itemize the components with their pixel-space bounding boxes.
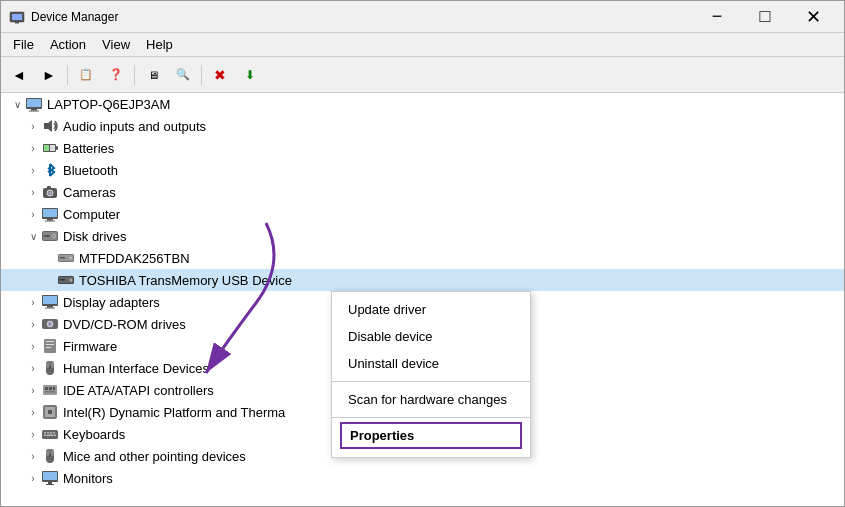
svg-rect-58 (47, 432, 49, 434)
menu-file[interactable]: File (5, 35, 42, 54)
disable-button[interactable]: ✖ (206, 62, 234, 88)
display-icon (41, 293, 59, 311)
tree-item-audio[interactable]: › Audio inputs and outputs (1, 115, 844, 137)
svg-rect-57 (44, 432, 46, 434)
svg-marker-7 (44, 120, 52, 132)
device-manager-window: Device Manager − □ ✕ File Action View He… (0, 0, 845, 507)
uninstall-button[interactable]: ⬇ (236, 62, 264, 88)
root-label: LAPTOP-Q6EJP3AM (47, 97, 170, 112)
toshiba-expand-icon (41, 272, 57, 288)
svg-rect-15 (47, 186, 51, 189)
context-menu-uninstall-device[interactable]: Uninstall device (332, 350, 530, 377)
maximize-button[interactable]: □ (742, 3, 788, 31)
tree-item-monitors[interactable]: › Monitors (1, 467, 844, 489)
cameras-expand-icon[interactable]: › (25, 184, 41, 200)
display-button[interactable]: 🖥 (139, 62, 167, 88)
close-button[interactable]: ✕ (790, 3, 836, 31)
svg-point-23 (53, 235, 55, 237)
firmware-expand-icon[interactable]: › (25, 338, 41, 354)
dvd-label: DVD/CD-ROM drives (63, 317, 186, 332)
tree-item-computer[interactable]: › Computer (1, 203, 844, 225)
menu-view[interactable]: View (94, 35, 138, 54)
tree-root[interactable]: ∨ LAPTOP-Q6EJP3AM (1, 93, 844, 115)
intel-icon (41, 403, 59, 421)
hid-label: Human Interface Devices (63, 361, 209, 376)
diskdrives-expand-icon[interactable]: ∨ (25, 228, 41, 244)
computer-tree-icon (41, 205, 59, 223)
display-label: Display adapters (63, 295, 160, 310)
svg-rect-71 (46, 484, 54, 485)
svg-rect-69 (43, 472, 57, 480)
root-expand-icon[interactable]: ∨ (9, 96, 25, 112)
computer-icon (25, 95, 43, 113)
dvd-icon (41, 315, 59, 333)
svg-rect-49 (45, 387, 48, 390)
back-button[interactable]: ◄ (5, 62, 33, 88)
svg-rect-36 (45, 308, 55, 309)
minimize-button[interactable]: − (694, 3, 740, 31)
svg-rect-46 (51, 361, 55, 368)
dvd-expand-icon[interactable]: › (25, 316, 41, 332)
audio-expand-icon[interactable]: › (25, 118, 41, 134)
tree-item-toshiba[interactable]: TOSHIBA TransMemory USB Device (1, 269, 844, 291)
ide-icon (41, 381, 59, 399)
svg-rect-63 (54, 435, 56, 437)
cameras-icon (41, 183, 59, 201)
forward-button[interactable]: ► (35, 62, 63, 88)
mice-expand-icon[interactable]: › (25, 448, 41, 464)
monitors-icon (41, 469, 59, 487)
ide-label: IDE ATA/ATAPI controllers (63, 383, 214, 398)
tree-item-cameras[interactable]: › Cameras (1, 181, 844, 203)
app-icon (9, 9, 25, 25)
svg-point-39 (49, 323, 51, 325)
properties-toolbar-button[interactable]: 📋 (72, 62, 100, 88)
scan-button[interactable]: 🔍 (169, 62, 197, 88)
toshiba-icon (57, 271, 75, 289)
svg-point-27 (70, 257, 73, 260)
bluetooth-expand-icon[interactable]: › (25, 162, 41, 178)
svg-rect-59 (50, 432, 52, 434)
bluetooth-label: Bluetooth (63, 163, 118, 178)
context-menu-disable-device[interactable]: Disable device (332, 323, 530, 350)
computer-expand-icon[interactable]: › (25, 206, 41, 222)
context-menu-update-driver[interactable]: Update driver (332, 296, 530, 323)
tree-item-diskdrives[interactable]: ∨ Disk drives (1, 225, 844, 247)
svg-rect-61 (44, 435, 46, 437)
svg-point-31 (70, 279, 73, 282)
keyboards-expand-icon[interactable]: › (25, 426, 41, 442)
svg-rect-43 (46, 347, 51, 348)
toolbar-separator-3 (201, 65, 202, 85)
mtf-icon (57, 249, 75, 267)
intel-expand-icon[interactable]: › (25, 404, 41, 420)
context-menu-scan-hardware[interactable]: Scan for hardware changes (332, 386, 530, 413)
tree-item-batteries[interactable]: › Batteries (1, 137, 844, 159)
tree-item-mtf[interactable]: MTFDDAK256TBN (1, 247, 844, 269)
update-driver-button[interactable]: ❓ (102, 62, 130, 88)
svg-rect-45 (46, 361, 50, 368)
svg-rect-18 (47, 219, 53, 221)
svg-rect-9 (56, 146, 58, 150)
firmware-icon (41, 337, 59, 355)
keyboards-icon (41, 425, 59, 443)
ide-expand-icon[interactable]: › (25, 382, 41, 398)
svg-rect-28 (60, 257, 65, 259)
svg-rect-66 (51, 449, 55, 456)
svg-rect-11 (50, 145, 55, 151)
svg-rect-60 (53, 432, 55, 434)
context-menu-separator-2 (332, 417, 530, 418)
tree-item-bluetooth[interactable]: › Bluetooth (1, 159, 844, 181)
svg-rect-51 (53, 387, 55, 390)
display-expand-icon[interactable]: › (25, 294, 41, 310)
context-menu-properties[interactable]: Properties (340, 422, 522, 449)
svg-rect-62 (47, 435, 54, 437)
menu-help[interactable]: Help (138, 35, 181, 54)
monitors-expand-icon[interactable]: › (25, 470, 41, 486)
svg-rect-19 (45, 221, 55, 222)
svg-rect-24 (44, 235, 50, 237)
svg-rect-52 (45, 391, 55, 393)
batteries-expand-icon[interactable]: › (25, 140, 41, 156)
hid-expand-icon[interactable]: › (25, 360, 41, 376)
menu-action[interactable]: Action (42, 35, 94, 54)
toshiba-label: TOSHIBA TransMemory USB Device (79, 273, 292, 288)
toolbar-separator-2 (134, 65, 135, 85)
